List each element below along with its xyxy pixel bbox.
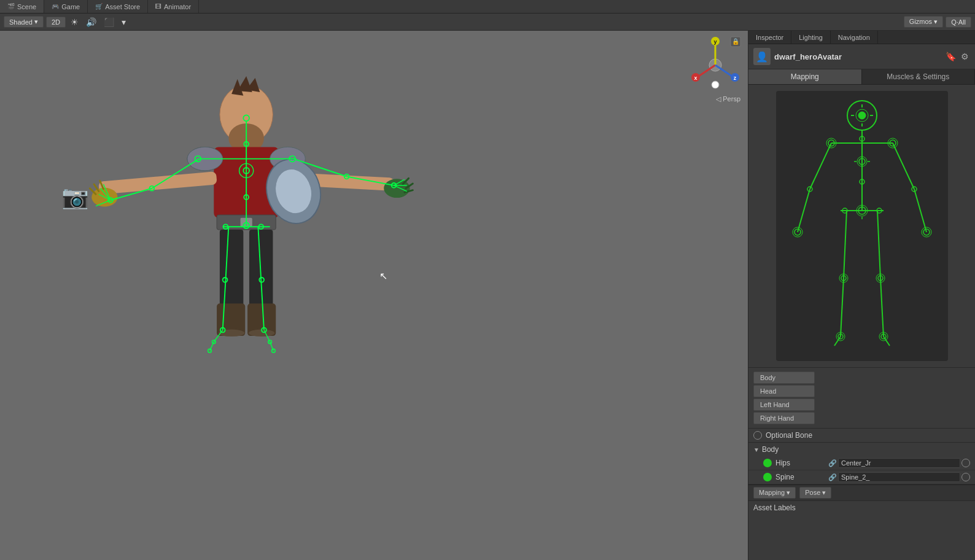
asset-labels-section: Asset Labels — [748, 500, 975, 515]
spine-bone-dot — [763, 473, 772, 481]
animator-icon: 🎞 — [155, 3, 161, 10]
body-part-buttons: Body Head Left Hand Right Hand — [748, 368, 975, 429]
audio-icon[interactable]: 🔊 — [84, 16, 99, 28]
svg-point-12 — [712, 81, 719, 88]
left-hand-btn[interactable]: Left Hand — [753, 399, 815, 411]
screen-icon[interactable]: ⬛ — [101, 16, 117, 28]
spine-bone-circle-btn[interactable] — [961, 473, 970, 481]
svg-text:🔒: 🔒 — [732, 37, 740, 45]
chevron-down-icon: ▾ — [34, 18, 38, 26]
body-btn[interactable]: Body — [753, 371, 815, 384]
inspector-tabs: Inspector Lighting Navigation — [748, 31, 975, 44]
svg-rect-24 — [220, 230, 243, 306]
svg-line-6 — [697, 65, 715, 77]
avatar-icon: 👤 — [753, 48, 771, 65]
shaded-dropdown[interactable]: Shaded ▾ — [4, 16, 44, 28]
bone-link-icon: 🔗 — [828, 459, 837, 467]
bone-section: ▼ Body Hips 🔗 Center_Jr Spine 🔗 Sp — [748, 443, 975, 484]
optional-bone-label: Optional Bone — [766, 431, 812, 440]
tab-navigation[interactable]: Navigation — [831, 31, 878, 44]
hips-bone-value[interactable]: Center_Jr — [838, 458, 960, 468]
mapping-dropdown-btn[interactable]: Mapping ▾ — [753, 487, 796, 499]
hips-bone-dot — [763, 459, 772, 467]
2d-toggle[interactable]: 2D — [46, 17, 66, 28]
sun-icon[interactable]: ☀ — [68, 16, 81, 28]
tab-game[interactable]: 🎮 Game — [44, 0, 88, 13]
optional-bone-icon — [753, 431, 762, 440]
settings-icon[interactable]: ⚙ — [960, 50, 970, 63]
persp-label: ◁ Persp — [716, 95, 740, 103]
inspector-title: dwarf_heroAvatar — [774, 52, 941, 61]
viewport-gizmo: 🔒 y x z — [688, 36, 743, 91]
hips-bone-name: Hips — [775, 459, 825, 467]
svg-text:z: z — [734, 75, 737, 81]
tab-inspector[interactable]: Inspector — [748, 31, 791, 44]
inspector-header: 👤 dwarf_heroAvatar 🔖 ⚙ — [748, 44, 975, 69]
asset-store-icon: 🛒 — [95, 3, 103, 10]
spine-bone-name: Spine — [775, 473, 825, 481]
head-btn[interactable]: Head — [753, 385, 815, 397]
tab-animator[interactable]: 🎞 Animator — [148, 0, 199, 13]
svg-rect-30 — [98, 171, 217, 195]
bone-row-spine: Spine 🔗 Spine_2_ — [748, 470, 975, 484]
mapping-muscles-tabs: Mapping Muscles & Settings — [748, 69, 975, 85]
scene-icon: 🎬 — [7, 3, 15, 10]
game-icon: 🎮 — [52, 3, 59, 10]
all-dropdown[interactable]: Q·All — [946, 17, 971, 28]
tab-muscles-settings[interactable]: Muscles & Settings — [862, 69, 976, 84]
bone-link-icon-2: 🔗 — [828, 473, 837, 481]
right-hand-btn[interactable]: Right Hand — [753, 412, 815, 424]
viewport-toolbar: Shaded ▾ 2D ☀ 🔊 ⬛ ▾ Gizmos ▾ Q·All — [0, 14, 975, 31]
pose-dropdown-btn[interactable]: Pose ▾ — [799, 487, 831, 499]
tab-asset-store[interactable]: 🛒 Asset Store — [88, 0, 148, 13]
tab-mapping[interactable]: Mapping — [748, 69, 862, 84]
chevron-down-icon: ▼ — [753, 446, 759, 453]
right-panel: Inspector Lighting Navigation 👤 dwarf_he… — [748, 31, 975, 560]
svg-rect-25 — [249, 230, 273, 306]
svg-text:y: y — [713, 39, 717, 45]
svg-point-103 — [858, 112, 866, 119]
bone-row-hips: Hips 🔗 Center_Jr — [748, 456, 975, 470]
svg-text:x: x — [694, 75, 697, 81]
tab-lighting[interactable]: Lighting — [791, 31, 831, 44]
top-tab-bar: 🎬 Scene 🎮 Game 🛒 Asset Store 🎞 Animator — [0, 0, 975, 14]
character-area — [49, 61, 479, 522]
svg-line-9 — [715, 65, 734, 77]
bookmark-icon[interactable]: 🔖 — [944, 50, 957, 63]
asset-labels-title: Asset Labels — [753, 504, 796, 512]
spine-bone-value[interactable]: Spine_2_ — [838, 472, 960, 482]
main-area: 🔒 y x z ◁ Persp — [0, 31, 975, 560]
optional-bone-row: Optional Bone — [748, 429, 975, 443]
scene-viewport[interactable]: 🔒 y x z ◁ Persp — [0, 31, 748, 560]
gizmos-dropdown[interactable]: Gizmos ▾ — [904, 16, 943, 28]
body-diagram — [748, 85, 975, 368]
bone-section-header[interactable]: ▼ Body — [748, 443, 975, 456]
bottom-bar: Mapping ▾ Pose ▾ — [748, 484, 975, 500]
hips-bone-circle-btn[interactable] — [961, 459, 970, 467]
dropdown-arrow-icon[interactable]: ▾ — [119, 16, 128, 28]
tab-scene[interactable]: 🎬 Scene — [0, 0, 44, 13]
